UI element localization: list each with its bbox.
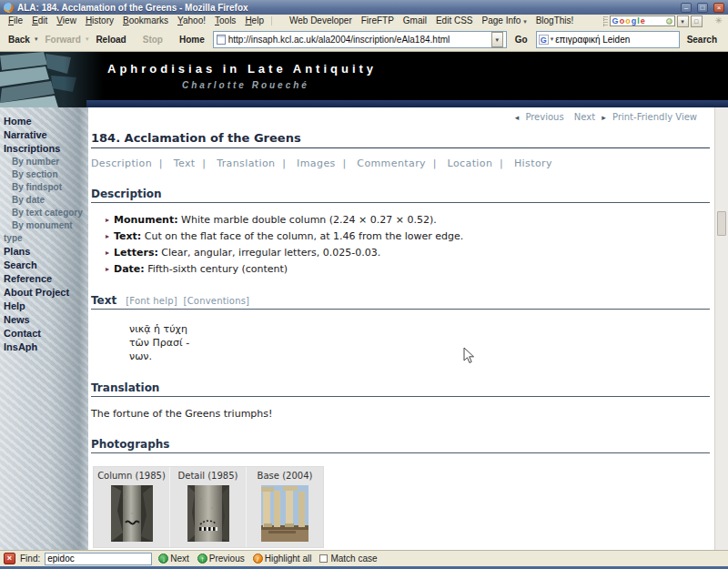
search-button[interactable]: Search <box>682 35 723 45</box>
google-search-box[interactable]: Google <box>610 15 675 26</box>
reload-button[interactable]: Reload <box>93 33 128 46</box>
font-help-link[interactable]: [Font help] <box>126 296 177 306</box>
photo-caption: Detail (1985) <box>170 471 246 481</box>
sidebar-item-narrative[interactable]: Narrative <box>4 128 86 142</box>
google-logo: l <box>637 15 640 27</box>
menu-history[interactable]: History <box>81 15 118 27</box>
search-icon <box>666 18 672 25</box>
sidebar-item-by-monument-type[interactable]: By monument type <box>4 219 86 245</box>
minimize-icon[interactable]: – <box>681 3 692 13</box>
photo-thumbnail-column[interactable] <box>111 485 153 542</box>
sidebar-item-news[interactable]: News <box>4 313 86 327</box>
navigation-toolbar: Back ▾ Forward ▾ Reload Stop Home ▾ Go G… <box>0 27 728 52</box>
bullet-icon: ▸ <box>106 249 109 257</box>
maximize-icon[interactable]: □ <box>697 3 708 13</box>
sidebar-item-by-number[interactable]: By number <box>4 156 86 168</box>
menu-tools[interactable]: Tools <box>210 15 240 27</box>
conventions-link[interactable]: [Conventions] <box>184 296 250 306</box>
menu-view[interactable]: View <box>52 15 81 27</box>
menu-edit-css[interactable]: Edit CSS <box>431 15 478 27</box>
menu-bookmarks[interactable]: Bookmarks <box>118 15 173 27</box>
greek-line: νικᾷ ἡ τύχη <box>129 322 710 336</box>
home-button[interactable]: Home <box>177 33 207 46</box>
nav-translation[interactable]: Translation <box>217 157 275 169</box>
sidebar-item-by-text-category[interactable]: By text category <box>4 207 86 219</box>
url-dropdown-icon[interactable]: ▾ <box>491 32 503 47</box>
menu-help[interactable]: Help <box>240 15 268 27</box>
nav-history[interactable]: History <box>514 157 552 169</box>
scrollbar-thumb[interactable] <box>717 211 726 236</box>
menu-page-info-label: Page Info <box>482 15 521 25</box>
photo-thumbnail-base[interactable] <box>261 485 308 542</box>
toolbar-grip-icon[interactable] <box>603 16 608 26</box>
sidebar-item-by-section[interactable]: By section <box>4 168 86 181</box>
menu-blogthis[interactable]: BlogThis! <box>531 15 579 27</box>
google-options-icon[interactable]: □ <box>691 15 703 27</box>
back-dropdown-icon[interactable]: ▾ <box>35 36 41 43</box>
greek-line: νων. <box>129 350 710 363</box>
nav-location[interactable]: Location <box>448 157 493 169</box>
menu-edit[interactable]: Edit <box>27 15 52 27</box>
translation-text: The fortune of the Greens triumphs! <box>91 408 710 420</box>
sidebar-item-contact[interactable]: Contact <box>4 327 86 340</box>
forward-button[interactable]: Forward <box>42 33 83 46</box>
previous-arrow-icon: ◂ <box>515 113 520 122</box>
back-button[interactable]: Back <box>5 33 33 46</box>
forward-dropdown-icon[interactable]: ▾ <box>86 36 92 43</box>
nav-description[interactable]: Description <box>91 157 152 169</box>
nav-text[interactable]: Text <box>174 157 196 169</box>
highlight-all-button[interactable]: /Highlight all <box>251 554 314 564</box>
description-text: Clear, angular, irregular letters, 0.025… <box>161 247 380 259</box>
description-label: Letters: <box>114 247 158 259</box>
sidebar-item-search[interactable]: Search <box>4 259 86 272</box>
chevron-down-icon: ▾ <box>523 18 527 25</box>
sidebar-item-help[interactable]: Help <box>4 300 86 313</box>
menu-file[interactable]: File <box>4 15 27 27</box>
sidebar-item-by-date[interactable]: By date <box>4 194 86 207</box>
site-banner: Aphrodisias in Late Antiquity Charlotte … <box>0 52 728 107</box>
match-case-checkbox[interactable]: Match case <box>318 554 379 564</box>
description-list: ▸Monument: White marble double column (2… <box>91 214 710 276</box>
page-title: 184. Acclamation of the Greens <box>91 131 710 148</box>
find-previous-button[interactable]: ↑Previous <box>196 554 247 564</box>
find-close-icon[interactable]: × <box>4 553 15 564</box>
url-input[interactable] <box>228 35 489 45</box>
previous-link[interactable]: Previous <box>525 112 563 122</box>
menu-fireftp[interactable]: FireFTP <box>357 15 399 27</box>
print-friendly-link[interactable]: Print-Friendly View <box>612 112 697 122</box>
google-logo: o <box>625 15 631 27</box>
google-dropdown-icon[interactable]: ▾ <box>677 15 689 27</box>
bullet-icon: ▸ <box>106 265 109 273</box>
menu-page-info[interactable]: Page Info ▾ <box>478 15 531 28</box>
google-logo: o <box>620 15 625 27</box>
go-button[interactable]: Go <box>512 33 531 46</box>
web-search-input[interactable] <box>555 35 676 45</box>
sidebar-item-home[interactable]: Home <box>4 115 86 128</box>
stop-button[interactable]: Stop <box>140 33 166 46</box>
close-icon[interactable]: × <box>713 3 724 13</box>
browser-window: ALA: 184. Acclamation of the Greens - Mo… <box>0 0 728 569</box>
photo-cell: Base (2004) <box>247 467 323 547</box>
find-next-button[interactable]: ↓Next <box>157 554 191 564</box>
sidebar-item-about-project[interactable]: About Project <box>4 286 86 300</box>
menu-web-developer[interactable]: Web Developer <box>285 15 357 27</box>
search-engine-dropdown-icon[interactable]: ▾ <box>551 36 554 43</box>
menu-gmail[interactable]: Gmail <box>399 15 431 27</box>
description-item: ▸Monument: White marble double column (2… <box>106 214 710 227</box>
menu-yahoo[interactable]: Yahoo! <box>173 15 210 27</box>
sidebar-item-insaph[interactable]: InsAph <box>4 340 86 354</box>
sidebar-item-inscriptions[interactable]: Inscriptions <box>4 142 86 156</box>
sidebar-item-plans[interactable]: Plans <box>4 245 86 259</box>
down-arrow-icon: ↓ <box>158 554 168 564</box>
nav-images[interactable]: Images <box>297 157 336 169</box>
highlight-all-label: Highlight all <box>265 554 312 564</box>
nav-commentary[interactable]: Commentary <box>357 157 426 169</box>
sidebar-item-reference[interactable]: Reference <box>4 272 86 286</box>
google-logo: g <box>632 15 637 27</box>
sidebar-item-by-findspot[interactable]: By findspot <box>4 181 86 194</box>
search-engine-icon[interactable]: G <box>539 35 549 45</box>
photo-thumbnail-detail[interactable] <box>187 485 229 542</box>
vertical-scrollbar[interactable] <box>714 107 728 550</box>
find-input[interactable] <box>45 553 152 565</box>
next-link[interactable]: Next <box>574 112 595 122</box>
